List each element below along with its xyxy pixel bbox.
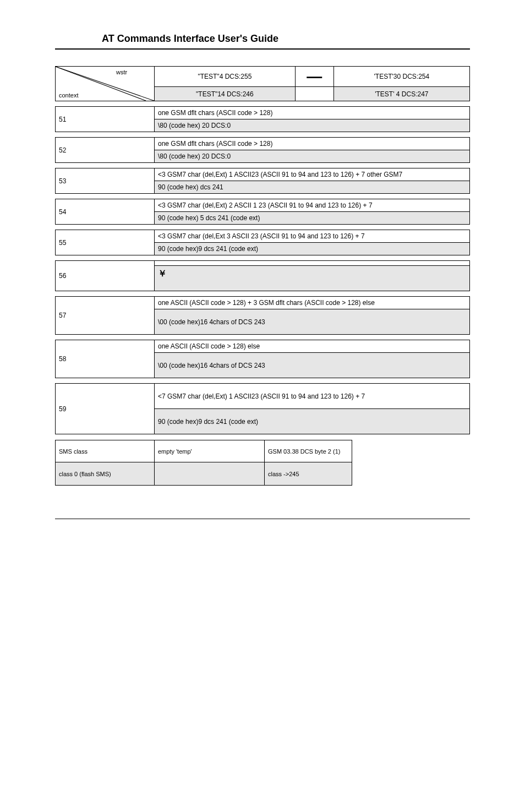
- row-white-text: one ASCII (ASCII code > 128) + 3 GSM dfl…: [155, 297, 470, 309]
- secondary-table-header: SMS class empty 'temp' GSM 03.38 DCS byt…: [56, 440, 352, 462]
- row-num: 58: [56, 340, 155, 378]
- diagonal-header-cell: wstr context: [56, 67, 155, 101]
- row-num: 59: [56, 384, 155, 434]
- footer-rule: [55, 519, 470, 520]
- main-table: wstr context "TEST"4 DCS:255 — 'TEST'30 …: [55, 66, 470, 434]
- table-row: 59 <7 GSM7 char (del,Ext) 1 ASCII23 (ASC…: [56, 384, 470, 409]
- row-num: 52: [56, 138, 155, 163]
- row-num: 51: [56, 107, 155, 132]
- table-row: 57 one ASCII (ASCII code > 128) + 3 GSM …: [56, 297, 470, 309]
- row-white-text: one ASCII (ASCII code > 128) else: [155, 340, 470, 353]
- row-grey-text: ￥: [155, 266, 470, 291]
- row-white-text: <3 GSM7 char (del,Ext) 1 ASCII23 (ASCII …: [155, 168, 470, 181]
- diag-bottom-label: context: [59, 92, 78, 99]
- row-white-text: one GSM dflt chars (ASCII code > 128): [155, 107, 470, 119]
- row-white-text: one GSM dflt chars (ASCII code > 128): [155, 138, 470, 150]
- col-head-3: 'TEST'30 DCS:254: [333, 67, 469, 87]
- row-grey-text: \00 (code hex)16 4chars of DCS 243: [155, 353, 470, 378]
- col-sub-2: [295, 87, 333, 101]
- bt-cell-3: class ->245: [265, 462, 352, 486]
- row-white-text: <3 GSM7 char (del,Ext 3 ASCII 23 (ASCII …: [155, 230, 470, 243]
- row-grey-text: 90 (code hex) dcs 241: [155, 181, 470, 194]
- row-num: 53: [56, 168, 155, 194]
- secondary-table-row: class 0 (flash SMS) class ->245: [56, 462, 352, 486]
- diag-top-label: wstr: [116, 69, 127, 75]
- header-rule: AT Commands Interface User's Guide: [55, 33, 470, 50]
- secondary-table: SMS class empty 'temp' GSM 03.38 DCS byt…: [55, 440, 352, 486]
- row-grey-text: 90 (code hex)9 dcs 241 (code ext): [155, 409, 470, 434]
- row-grey-text: \80 (code hex) 20 DCS:0: [155, 150, 470, 163]
- row-grey-text: \80 (code hex) 20 DCS:0: [155, 119, 470, 132]
- bt-col-3: GSM 03.38 DCS byte 2 (1): [265, 440, 352, 462]
- row-num: 56: [56, 261, 155, 291]
- row-num: 57: [56, 297, 155, 335]
- bt-col-2: empty 'temp': [155, 440, 265, 462]
- row-white-text: <7 GSM7 char (del,Ext) 1 ASCII23 (ASCII …: [155, 384, 470, 409]
- bt-cell-1: class 0 (flash SMS): [56, 462, 155, 486]
- bt-cell-2: [155, 462, 265, 486]
- col-sub-3: 'TEST' 4 DCS:247: [333, 87, 469, 101]
- table-row: 52 one GSM dflt chars (ASCII code > 128): [56, 138, 470, 150]
- row-grey-text: 90 (code hex)9 dcs 241 (code ext): [155, 243, 470, 255]
- table-row: 51 one GSM dflt chars (ASCII code > 128): [56, 107, 470, 119]
- row-white-text: [155, 261, 470, 266]
- page-title: AT Commands Interface User's Guide: [102, 33, 278, 45]
- row-num: 54: [56, 199, 155, 225]
- row-grey-text: 90 (code hex) 5 dcs 241 (code ext): [155, 212, 470, 225]
- row-white-text: <3 GSM7 char (del,Ext) 2 ASCII 1 23 (ASC…: [155, 199, 470, 212]
- table-row: 56: [56, 261, 470, 266]
- table-row: 53 <3 GSM7 char (del,Ext) 1 ASCII23 (ASC…: [56, 168, 470, 181]
- table-row: 54 <3 GSM7 char (del,Ext) 2 ASCII 1 23 (…: [56, 199, 470, 212]
- table-row: 58 one ASCII (ASCII code > 128) else: [56, 340, 470, 353]
- bt-col-1: SMS class: [56, 440, 155, 462]
- row-num: 55: [56, 230, 155, 255]
- col-head-dash: —: [295, 67, 333, 87]
- col-sub-1: "TEST"14 DCS:246: [155, 87, 296, 101]
- row-grey-text: \00 (code hex)16 4chars of DCS 243: [155, 309, 470, 335]
- yen-icon: ￥: [158, 269, 167, 278]
- col-head-1: "TEST"4 DCS:255: [155, 67, 296, 87]
- table-row: 55 <3 GSM7 char (del,Ext 3 ASCII 23 (ASC…: [56, 230, 470, 243]
